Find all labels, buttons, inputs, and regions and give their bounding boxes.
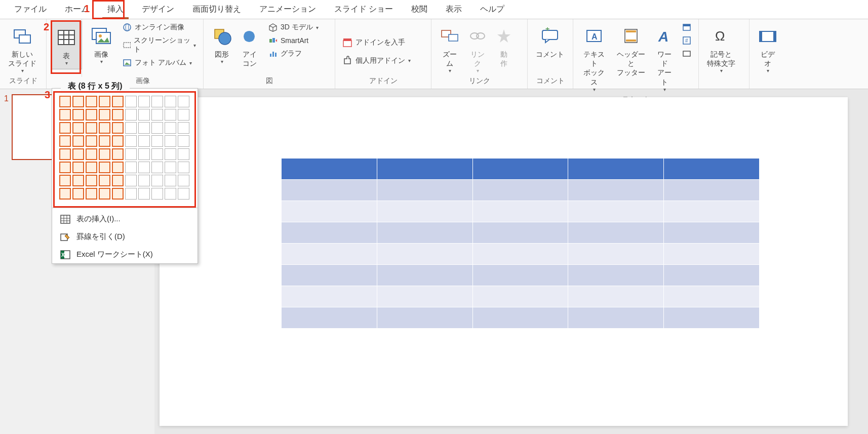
grid-cell[interactable] bbox=[59, 175, 71, 186]
grid-cell[interactable] bbox=[138, 135, 150, 147]
grid-cell[interactable] bbox=[138, 109, 150, 121]
grid-cell[interactable] bbox=[72, 175, 84, 186]
grid-cell[interactable] bbox=[72, 96, 84, 107]
grid-cell[interactable] bbox=[99, 175, 110, 186]
grid-cell[interactable] bbox=[112, 109, 124, 121]
grid-cell[interactable] bbox=[178, 109, 189, 121]
grid-cell[interactable] bbox=[165, 148, 176, 160]
link-button[interactable]: リン ク ▾ bbox=[464, 21, 491, 75]
grid-cell[interactable] bbox=[112, 122, 124, 134]
grid-cell[interactable] bbox=[151, 148, 163, 160]
grid-cell[interactable] bbox=[86, 96, 97, 107]
grid-cell[interactable] bbox=[165, 175, 176, 186]
object-button[interactable] bbox=[679, 48, 694, 60]
tab-review[interactable]: 校閲 bbox=[402, 0, 437, 19]
my-addins-button[interactable]: 個人用アドイン ▾ bbox=[339, 54, 414, 67]
grid-cell[interactable] bbox=[59, 162, 71, 173]
tab-home[interactable]: ホーム bbox=[56, 0, 98, 19]
grid-cell[interactable] bbox=[138, 162, 150, 173]
grid-cell[interactable] bbox=[178, 162, 189, 173]
textbox-button[interactable]: A テキスト ボックス ▾ bbox=[577, 21, 611, 94]
grid-cell[interactable] bbox=[165, 135, 176, 147]
insert-table-menu-item[interactable]: 表の挿入(I)... bbox=[52, 210, 198, 228]
grid-cell[interactable] bbox=[151, 122, 163, 134]
tab-insert[interactable]: 挿入 bbox=[98, 0, 133, 19]
smartart-button[interactable]: SmartArt bbox=[265, 34, 322, 47]
date-time-button[interactable] bbox=[679, 21, 694, 33]
grid-cell[interactable] bbox=[112, 148, 124, 160]
grid-cell[interactable] bbox=[125, 96, 137, 107]
slide-number-button[interactable]: # bbox=[679, 34, 694, 47]
grid-cell[interactable] bbox=[138, 122, 150, 134]
tab-animations[interactable]: アニメーション bbox=[250, 0, 325, 19]
grid-cell[interactable] bbox=[178, 135, 189, 147]
tab-slideshow[interactable]: スライド ショー bbox=[325, 0, 402, 19]
grid-cell[interactable] bbox=[86, 122, 97, 134]
grid-cell[interactable] bbox=[72, 109, 84, 121]
grid-cell[interactable] bbox=[59, 135, 71, 147]
grid-cell[interactable] bbox=[112, 162, 124, 173]
grid-cell[interactable] bbox=[165, 162, 176, 173]
grid-cell[interactable] bbox=[72, 148, 84, 160]
grid-cell[interactable] bbox=[178, 175, 189, 186]
grid-cell[interactable] bbox=[138, 188, 150, 200]
grid-cell[interactable] bbox=[165, 96, 176, 107]
video-button[interactable]: ビデ オ ▾ bbox=[754, 21, 782, 75]
grid-cell[interactable] bbox=[72, 188, 84, 200]
tab-transitions[interactable]: 画面切り替え bbox=[183, 0, 250, 19]
draw-table-menu-item[interactable]: 罫線を引く(D) bbox=[52, 228, 198, 246]
grid-cell[interactable] bbox=[125, 188, 137, 200]
grid-cell[interactable] bbox=[125, 175, 137, 186]
wordart-button[interactable]: A ワード アート ▾ bbox=[651, 21, 678, 94]
3d-models-button[interactable]: 3D モデル ▾ bbox=[265, 21, 322, 33]
grid-cell[interactable] bbox=[138, 96, 150, 107]
excel-worksheet-menu-item[interactable]: X Excel ワークシート(X) bbox=[52, 246, 198, 263]
grid-cell[interactable] bbox=[165, 109, 176, 121]
grid-cell[interactable] bbox=[86, 135, 97, 147]
grid-cell[interactable] bbox=[151, 175, 163, 186]
grid-cell[interactable] bbox=[59, 122, 71, 134]
grid-cell[interactable] bbox=[99, 148, 110, 160]
grid-cell[interactable] bbox=[151, 135, 163, 147]
action-button[interactable]: 動 作 bbox=[491, 21, 517, 70]
grid-cell[interactable] bbox=[86, 109, 97, 121]
grid-cell[interactable] bbox=[165, 122, 176, 134]
slide-canvas[interactable] bbox=[160, 97, 848, 426]
grid-cell[interactable] bbox=[125, 122, 137, 134]
comment-button[interactable]: + コメント bbox=[532, 21, 568, 61]
grid-cell[interactable] bbox=[99, 109, 110, 121]
table-button[interactable]: 表 ▾ bbox=[51, 21, 82, 69]
symbol-button[interactable]: Ω 記号と 特殊文字 ▾ bbox=[703, 21, 739, 75]
table-size-grid[interactable] bbox=[59, 96, 190, 201]
inserted-table-preview[interactable] bbox=[281, 158, 760, 329]
photo-album-button[interactable]: フォト アルバム ▾ bbox=[120, 57, 199, 69]
grid-cell[interactable] bbox=[86, 162, 97, 173]
grid-cell[interactable] bbox=[99, 122, 110, 134]
grid-cell[interactable] bbox=[138, 175, 150, 186]
header-footer-button[interactable]: ヘッダーと フッター bbox=[611, 21, 651, 80]
grid-cell[interactable] bbox=[125, 109, 137, 121]
grid-cell[interactable] bbox=[112, 96, 124, 107]
grid-cell[interactable] bbox=[59, 188, 71, 200]
grid-cell[interactable] bbox=[72, 122, 84, 134]
grid-cell[interactable] bbox=[112, 175, 124, 186]
grid-cell[interactable] bbox=[99, 188, 110, 200]
new-slide-button[interactable]: 新しい スライド ▾ bbox=[4, 21, 41, 75]
grid-cell[interactable] bbox=[125, 135, 137, 147]
grid-cell[interactable] bbox=[59, 148, 71, 160]
screenshot-button[interactable]: スクリーンショット ▾ bbox=[120, 34, 199, 56]
grid-cell[interactable] bbox=[59, 96, 71, 107]
grid-cell[interactable] bbox=[99, 135, 110, 147]
grid-cell[interactable] bbox=[151, 188, 163, 200]
grid-cell[interactable] bbox=[86, 148, 97, 160]
grid-cell[interactable] bbox=[178, 122, 189, 134]
grid-cell[interactable] bbox=[99, 162, 110, 173]
grid-cell[interactable] bbox=[112, 135, 124, 147]
grid-cell[interactable] bbox=[165, 188, 176, 200]
shapes-button[interactable]: 図形 ▾ bbox=[208, 21, 236, 66]
grid-cell[interactable] bbox=[178, 96, 189, 107]
tab-help[interactable]: ヘルプ bbox=[471, 0, 514, 19]
tab-design[interactable]: デザイン bbox=[133, 0, 183, 19]
pictures-button[interactable]: 画像 ▾ bbox=[86, 21, 116, 66]
grid-cell[interactable] bbox=[112, 188, 124, 200]
